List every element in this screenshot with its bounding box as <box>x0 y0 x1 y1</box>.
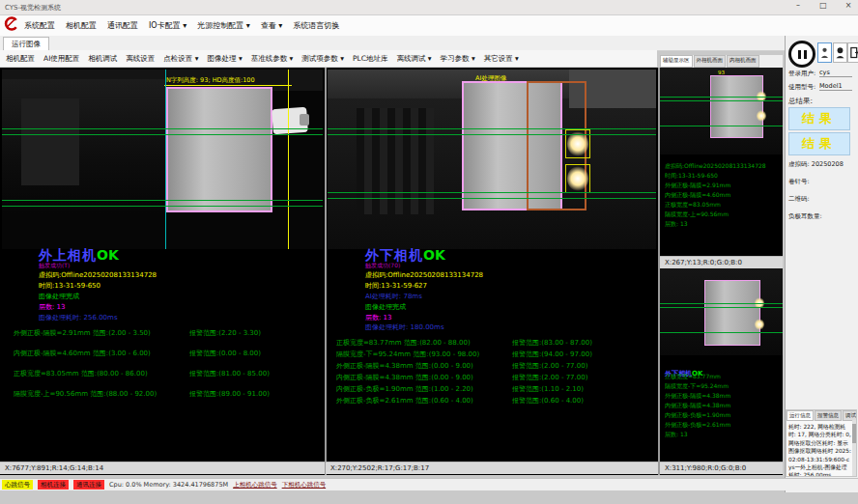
height-overlay-line <box>164 85 292 86</box>
model-value[interactable]: Model1 <box>819 82 852 91</box>
middle-barcode: 虚拟码:Offline20250208133134728 <box>365 270 483 280</box>
tab-alarm-info[interactable]: 报警信息 <box>815 410 842 421</box>
measurement-row: 正极宽度=83.05mm 范围:(80.00 - 86.00) <box>14 369 148 378</box>
left-barcode: 虚拟码:Offline20250208133134728 <box>39 270 157 280</box>
measurement-row: 隔膜宽度-下=95.24mm 范围:(93.00 - 98.00) <box>336 350 479 359</box>
electrode-roll <box>704 280 760 346</box>
tool-camera-debug[interactable]: 相机调试 <box>88 54 117 64</box>
result-indicator-2: 结果 <box>788 132 850 155</box>
middle-layers: 层数: 13 <box>365 313 392 322</box>
result-indicator-1: 结果 <box>788 107 850 130</box>
menu-io-config[interactable]: IO卡配置 ▾ <box>149 20 186 31</box>
minimize-icon[interactable]: – <box>790 1 806 10</box>
log-panel: 运行信息 报警信息 调试信息 耗时: 222, 网络检测耗时: 17, 网络分类… <box>786 409 857 477</box>
scrollbar-thumb[interactable] <box>852 424 856 443</box>
measure-line <box>660 307 783 308</box>
menu-light-config[interactable]: 光源控制配置 ▾ <box>197 20 250 31</box>
pause-button[interactable] <box>788 41 815 68</box>
tab-aux-display[interactable]: 辅助显示区 <box>660 55 693 68</box>
toolbar: 相机配置 AI使用配置 相机调试 离线设置 点检设置 ▾ 图像处理 ▾ 基准线参… <box>0 50 657 68</box>
thumb-text-line: 层数: 13 <box>665 431 783 439</box>
thumb-text-line: 隔膜宽度-上=90.56mm <box>665 210 783 219</box>
menu-view[interactable]: 查看 ▾ <box>261 20 283 31</box>
tool-camera-config[interactable]: 相机配置 <box>6 54 35 64</box>
thumb-text-line: 层数: 13 <box>665 220 783 229</box>
lower-camera-heartbeat-link[interactable]: 下相机心跳信号 <box>282 481 327 490</box>
menu-camera-config[interactable]: 相机配置 <box>66 20 97 31</box>
gripper-tip <box>300 114 309 126</box>
alarm-range: 报警范围:(0.00 - 8.00) <box>189 349 261 358</box>
menu-system-config[interactable]: 系统配置 <box>24 20 55 31</box>
exit-button[interactable] <box>847 42 858 63</box>
measure-line <box>660 332 783 333</box>
edge-overlay-line <box>288 70 289 249</box>
left-camera-image[interactable]: N字列高度: 93; HD高度值:100 <box>2 70 323 249</box>
measurement-row: 外侧正极-负极=2.61mm 范围:(0.60 - 4.00) <box>336 396 473 406</box>
measure-line <box>660 126 783 126</box>
panel-divider <box>325 68 327 475</box>
tab-strip: 运行图像 <box>0 36 785 51</box>
tool-plc-address[interactable]: PLC地址库 <box>353 54 387 64</box>
model-label: 使用型号: <box>788 83 815 92</box>
measure-line <box>660 97 783 98</box>
tool-offline-setting[interactable]: 离线设置 <box>126 54 155 64</box>
alarm-range: 报警范围:(2.20 - 3.30) <box>189 328 261 338</box>
thumb-text-line: 内侧正极-隔膜=4.38mm <box>665 402 783 410</box>
measurement-row: 正极宽度=83.77mm 范围:(82.00 - 88.00) <box>336 338 471 348</box>
tool-learn-params[interactable]: 学习参数 ▾ <box>441 54 475 64</box>
neg-tab-count-label: 负极耳数量: <box>788 212 822 221</box>
thumb-text-line: 外侧正极-隔膜=4.38mm <box>665 392 783 401</box>
tool-ai-config[interactable]: AI使用配置 <box>43 54 79 64</box>
measurement-row: 内侧正极-隔膜=4.38mm 范围:(0.00 - 9.00) <box>336 373 473 382</box>
alarm-range: 报警范围:(2.00 - 77.00) <box>512 373 587 382</box>
app-window: CYS-视觉检测系统 – □ × 系统配置 相机配置 通讯配置 IO卡配置 ▾ … <box>0 0 858 504</box>
middle-camera-image[interactable]: AI处理图像 <box>328 70 656 249</box>
left-sub-status: 触发成功(T) <box>39 262 70 270</box>
aux-tab-strip: 辅助显示区 外相机画面 内相机画面 <box>660 55 783 68</box>
left-time: 时间:13-31-59-650 <box>39 281 100 291</box>
thumb-overlay-label: 93 <box>718 70 725 75</box>
log-text: 耗时: 222, 网络检测耗时: 17, 网络分类耗时: 0, 网络抠取分区耗时… <box>786 421 856 477</box>
electrode-roll <box>710 75 763 138</box>
camera-connection-badge: 相机连接 <box>38 480 69 490</box>
alarm-range: 报警范围:(1.10 - 2.10) <box>512 384 584 394</box>
heartbeat-badge: 心跳信号 <box>2 480 33 490</box>
login-user-value[interactable]: cys <box>819 69 852 77</box>
edge-overlay-line <box>165 70 166 249</box>
tool-image-process[interactable]: 图像处理 ▾ <box>208 54 243 64</box>
thumb-text-line: 外侧正极-负极=2.61mm <box>665 421 783 430</box>
thumb1-pixel-coordinates: X:267;Y:13;R:0;G:0;B:0 <box>660 256 783 268</box>
menu-comm-config[interactable]: 通讯配置 <box>107 20 138 31</box>
upper-camera-heartbeat-link[interactable]: 上相机心跳信号 <box>233 481 277 490</box>
operator-button[interactable] <box>833 42 847 63</box>
tab-outer-camera[interactable]: 外相机画面 <box>694 55 727 68</box>
alarm-range: 报警范围:(83.00 - 87.00) <box>512 338 592 348</box>
electrode-roll <box>166 87 272 212</box>
aux-thumbnail-top[interactable]: 93 虚拟码:Offline20250208133134728 时间:13-31… <box>660 68 783 256</box>
status-ok: OK <box>423 247 445 263</box>
user-login-button[interactable] <box>817 42 832 63</box>
tool-other-settings[interactable]: 其它设置 ▾ <box>484 54 519 64</box>
middle-process-time: 图像处理耗时: 180.00ms <box>365 322 444 332</box>
aux-thumbnail-bottom[interactable]: 外下相机OK 正极宽度=83.77mm 隔膜宽度-下=95.24mm 外侧正极-… <box>660 268 783 462</box>
maximize-icon[interactable]: □ <box>815 1 831 10</box>
user-icon <box>820 46 829 59</box>
tool-test-params[interactable]: 测试项参数 ▾ <box>301 54 344 64</box>
scrollbar[interactable] <box>852 420 856 476</box>
pause-icon <box>798 50 801 59</box>
tool-baseline-params[interactable]: 基准线参数 ▾ <box>251 54 294 64</box>
close-icon[interactable]: × <box>841 1 856 10</box>
tab-run-info[interactable]: 运行信息 <box>786 410 814 421</box>
title-bar <box>0 0 858 15</box>
tool-spot-check[interactable]: 点检设置 ▾ <box>163 54 198 64</box>
total-result-label: 总结果: <box>788 97 813 106</box>
tool-offline-debug[interactable]: 离线调试 ▾ <box>396 54 431 64</box>
exit-door-icon <box>850 46 858 59</box>
operator-icon <box>836 46 844 59</box>
middle-pixel-coordinates: X:270;Y:2502;R:17;G:17;B:17 <box>326 462 658 474</box>
measure-line <box>328 128 656 129</box>
alarm-range: 报警范围:(0.60 - 4.00) <box>512 396 584 406</box>
menu-language-switch[interactable]: 系统语言切换 <box>293 20 339 31</box>
tab-inner-camera[interactable]: 内相机画面 <box>727 55 759 68</box>
alarm-range: 报警范围:(89.00 - 91.00) <box>189 389 270 399</box>
